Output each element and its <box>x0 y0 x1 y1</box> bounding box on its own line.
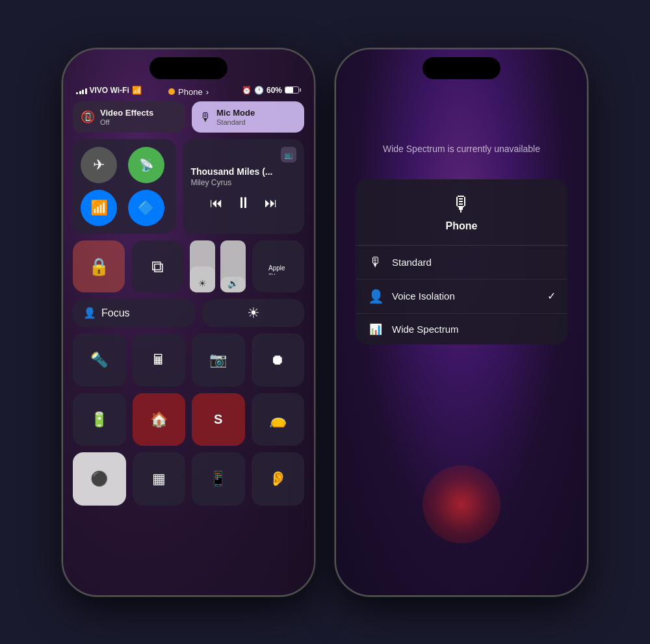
camera-icon: 📷 <box>209 352 227 368</box>
prev-btn[interactable]: ⏮ <box>210 196 223 211</box>
red-glow <box>422 465 500 543</box>
mic-option-voice-isolation[interactable]: 👤 Voice Isolation ✓ <box>356 279 567 314</box>
standard-icon: 🎙 <box>367 255 384 270</box>
voice-isolation-check: ✓ <box>547 290 556 302</box>
shazam-tile[interactable]: S <box>192 393 245 446</box>
wide-spectrum-label: Wide Spectrum <box>392 324 556 335</box>
svg-text:Apple: Apple <box>268 264 285 272</box>
cc-grid-row1: 🔦 🖩 📷 ⏺ <box>73 333 304 387</box>
wide-spectrum-icon: 📊 <box>367 323 384 335</box>
alarm-icon: ⏰ <box>242 86 252 95</box>
video-effects-tile[interactable]: 📵 Video Effects Off <box>73 101 185 133</box>
cc-grid-row2: 🔋 🏠 S 👝 <box>73 393 304 446</box>
voice-isolation-label: Voice Isolation <box>392 290 540 302</box>
wifi-btn-icon: 📶 <box>90 200 108 216</box>
airplane-mode-btn[interactable]: ✈ <box>81 147 117 183</box>
screen-lock-tile[interactable]: 🔒 <box>73 240 125 292</box>
video-effects-label: Video Effects <box>100 108 153 119</box>
hearing-icon: 👂 <box>269 470 287 487</box>
mic-mode-text: Mic Mode Standard <box>216 108 255 127</box>
mic-mode-tile[interactable]: 🎙 Mic Mode Standard <box>192 101 304 133</box>
phone1-frame: Phone › VIVO Wi-Fi 📶 ⏰ 🕐 60% <box>62 48 315 597</box>
screen-mirror-tile[interactable]: ⧉ <box>131 240 183 292</box>
focus-icon: 👤 <box>83 307 96 319</box>
media-artist: Miley Cyrus <box>190 178 296 187</box>
voice-isolation-icon: 👤 <box>367 289 384 304</box>
connectivity-panel: ✈ 📡 📶 🔷 <box>73 139 176 234</box>
camera-tile[interactable]: 📷 <box>192 333 245 387</box>
hearing-tile[interactable]: 👂 <box>252 452 305 506</box>
carrier-area: VIVO Wi-Fi 📶 <box>76 86 142 95</box>
mic-picker-title: Phone <box>446 220 478 232</box>
airplane-icon: ✈ <box>93 157 105 174</box>
status-bar: VIVO Wi-Fi 📶 ⏰ 🕐 60% <box>63 86 314 95</box>
play-pause-btn[interactable]: ⏸ <box>236 194 252 212</box>
battery-body <box>285 86 299 94</box>
cc-grid-row3: ⚫ ▦ 📱 👂 <box>73 452 304 506</box>
battery-tile[interactable]: 🔋 <box>73 393 126 446</box>
airplay-icon: 📺 <box>284 151 293 159</box>
cellular-btn[interactable]: 📡 <box>128 147 164 183</box>
home-tile[interactable]: 🏠 <box>133 393 186 446</box>
cellular-icon: 📡 <box>139 158 153 172</box>
media-header: 📺 <box>190 147 296 162</box>
focus-tile[interactable]: 👤 Focus <box>73 299 196 327</box>
brightness-large-tile[interactable]: ☀ <box>202 299 304 327</box>
accessibility-tile[interactable]: ⚫ <box>73 452 126 506</box>
volume-slider[interactable]: 🔊 <box>220 240 246 292</box>
mic-option-standard[interactable]: 🎙 Standard <box>356 246 567 279</box>
video-effects-sublabel: Off <box>100 118 153 126</box>
wifi-icon: 📶 <box>132 86 142 95</box>
flashlight-tile[interactable]: 🔦 <box>73 333 126 387</box>
bluetooth-icon: 🔷 <box>137 200 155 216</box>
qr-tile[interactable]: ▦ <box>133 452 186 506</box>
screen-lock-icon: 🔒 <box>88 257 109 277</box>
cc-top-row: 📵 Video Effects Off 🎙 Mic Mode Standard <box>73 101 304 133</box>
record-icon: ⏺ <box>270 352 285 368</box>
brightness-large-icon: ☀ <box>247 305 260 322</box>
standard-label: Standard <box>392 257 556 268</box>
record-tile[interactable]: ⏺ <box>252 333 305 387</box>
dynamic-island-1 <box>150 57 228 79</box>
brightness-icon: ☀ <box>198 278 207 289</box>
mic-mode-picker: 🎙 Phone 🎙 Standard 👤 Voice Isolation ✓ 📊… <box>356 179 567 344</box>
airplay-btn[interactable]: 📺 <box>281 147 296 162</box>
screen-mirror-icon: ⧉ <box>151 257 164 277</box>
control-center-content: 📵 Video Effects Off 🎙 Mic Mode Standard … <box>73 101 304 582</box>
appletv-tile[interactable]: Apple TV <box>252 240 304 292</box>
wallet-tile[interactable]: 👝 <box>252 393 305 446</box>
svg-text:TV: TV <box>268 272 276 275</box>
video-effects-text: Video Effects Off <box>100 108 153 127</box>
cc-main-row: ✈ 📡 📶 🔷 📺 Thousand Mi <box>73 139 304 234</box>
flashlight-icon: 🔦 <box>90 352 108 368</box>
calculator-icon: 🖩 <box>151 352 166 368</box>
mic-mode-icon: 🎙 <box>200 111 211 123</box>
volume-icon: 🔊 <box>228 278 239 289</box>
media-title: Thousand Miles (... <box>190 166 296 177</box>
unavailable-message: Wide Spectrum is currently unavailable <box>336 144 587 154</box>
brightness-slider[interactable]: ☀ <box>190 240 215 292</box>
battery-icon <box>285 86 301 94</box>
battery-fill <box>285 87 293 93</box>
calculator-tile[interactable]: 🖩 <box>133 333 186 387</box>
mic-option-wide-spectrum[interactable]: 📊 Wide Spectrum <box>356 314 567 344</box>
bluetooth-btn[interactable]: 🔷 <box>128 190 164 226</box>
mic-mode-sublabel: Standard <box>216 118 255 126</box>
video-effects-icon: 📵 <box>81 111 95 123</box>
carrier-label: VIVO Wi-Fi <box>90 86 129 95</box>
phone2-frame: Wide Spectrum is currently unavailable 🎙… <box>335 48 588 597</box>
home-icon: 🏠 <box>150 411 168 428</box>
wallet-icon: 👝 <box>269 411 287 428</box>
focus-label: Focus <box>101 307 130 319</box>
next-btn[interactable]: ⏭ <box>265 196 278 211</box>
remote-tile[interactable]: 📱 <box>192 452 245 506</box>
battery-percent: 60% <box>266 86 282 95</box>
status-right: ⏰ 🕐 60% <box>242 86 301 95</box>
wifi-btn[interactable]: 📶 <box>81 190 117 226</box>
media-player[interactable]: 📺 Thousand Miles (... Miley Cyrus ⏮ ⏸ ⏭ <box>183 139 304 234</box>
appletv-logo: Apple TV <box>265 259 291 275</box>
mic-picker-header: 🎙 Phone <box>356 179 567 246</box>
battery-tile-icon: 🔋 <box>90 411 108 428</box>
remote-icon: 📱 <box>209 470 227 487</box>
shazam-icon: S <box>214 412 222 427</box>
